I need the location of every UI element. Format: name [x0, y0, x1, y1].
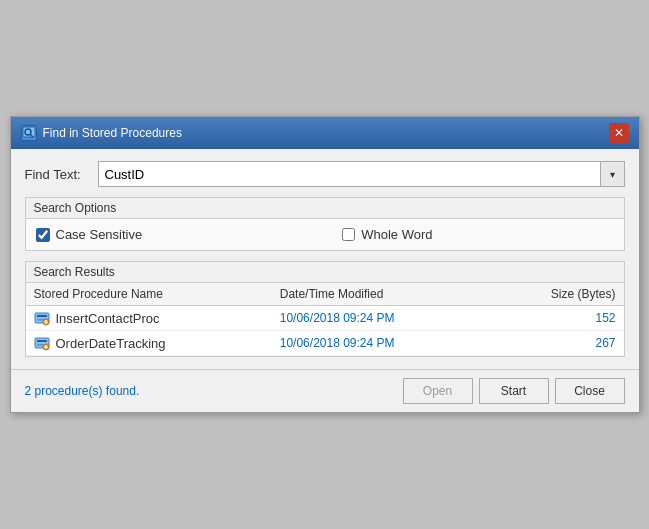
- cell-proc-name: OrderDateTracking: [26, 331, 272, 356]
- search-options-content: Case Sensitive Whole Word: [26, 219, 624, 250]
- search-results-title: Search Results: [26, 262, 624, 283]
- dialog-icon: [21, 125, 37, 141]
- proc-name-text: InsertContactProc: [56, 311, 160, 326]
- whole-word-group: Whole Word: [342, 227, 432, 242]
- case-sensitive-checkbox[interactable]: [36, 228, 50, 242]
- start-button[interactable]: Start: [479, 378, 549, 404]
- col-date: Date/Time Modified: [272, 283, 490, 306]
- cell-size: 267: [489, 331, 623, 356]
- title-bar-left: Find in Stored Procedures: [21, 125, 182, 141]
- cell-date: 10/06/2018 09:24 PM: [272, 306, 490, 331]
- proc-icon: [34, 335, 50, 351]
- find-text-row: Find Text: ▾: [25, 161, 625, 187]
- cell-size: 152: [489, 306, 623, 331]
- open-button[interactable]: Open: [403, 378, 473, 404]
- col-name: Stored Procedure Name: [26, 283, 272, 306]
- proc-icon: [34, 310, 50, 326]
- dialog-title: Find in Stored Procedures: [43, 126, 182, 140]
- title-bar: Find in Stored Procedures ✕: [11, 117, 639, 149]
- status-text: 2 procedure(s) found.: [25, 384, 140, 398]
- find-text-label: Find Text:: [25, 167, 90, 182]
- close-title-button[interactable]: ✕: [609, 123, 629, 143]
- search-options-title: Search Options: [26, 198, 624, 219]
- col-size: Size (Bytes): [489, 283, 623, 306]
- dropdown-arrow[interactable]: ▾: [600, 162, 624, 186]
- whole-word-checkbox[interactable]: [342, 228, 355, 241]
- search-results-section: Search Results Stored Procedure Name Dat…: [25, 261, 625, 357]
- dialog-footer: 2 procedure(s) found. Open Start Close: [11, 369, 639, 412]
- whole-word-label[interactable]: Whole Word: [361, 227, 432, 242]
- footer-buttons: Open Start Close: [403, 378, 625, 404]
- results-table: Stored Procedure Name Date/Time Modified…: [26, 283, 624, 356]
- cell-proc-name: InsertContactProc: [26, 306, 272, 331]
- search-options-section: Search Options Case Sensitive Whole Word: [25, 197, 625, 251]
- cell-date: 10/06/2018 09:24 PM: [272, 331, 490, 356]
- find-text-input[interactable]: [99, 162, 600, 186]
- svg-rect-4: [37, 315, 47, 317]
- case-sensitive-label[interactable]: Case Sensitive: [56, 227, 143, 242]
- find-input-container: ▾: [98, 161, 625, 187]
- case-sensitive-group: Case Sensitive: [36, 227, 143, 242]
- dialog-body: Find Text: ▾ Search Options Case Sensiti…: [11, 149, 639, 369]
- svg-rect-10: [37, 340, 47, 342]
- svg-rect-5: [37, 319, 44, 321]
- proc-name-text: OrderDateTracking: [56, 336, 166, 351]
- close-button[interactable]: Close: [555, 378, 625, 404]
- table-header-row: Stored Procedure Name Date/Time Modified…: [26, 283, 624, 306]
- table-row[interactable]: InsertContactProc 10/06/2018 09:24 PM152: [26, 306, 624, 331]
- table-row[interactable]: OrderDateTracking 10/06/2018 09:24 PM267: [26, 331, 624, 356]
- find-dialog: Find in Stored Procedures ✕ Find Text: ▾…: [10, 116, 640, 413]
- svg-rect-11: [37, 344, 44, 346]
- results-data-table: Stored Procedure Name Date/Time Modified…: [26, 283, 624, 356]
